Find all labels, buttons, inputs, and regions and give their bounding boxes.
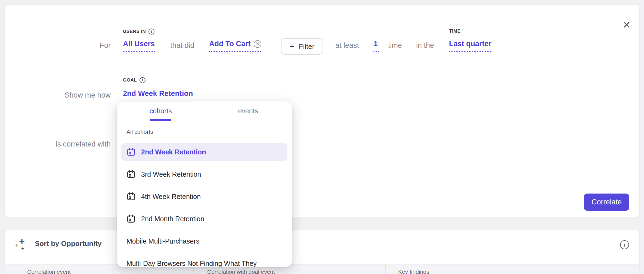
close-icon[interactable]: ✕ xyxy=(620,18,633,32)
tab-events-label: events xyxy=(238,107,258,115)
event-value-text: Add To Cart xyxy=(209,40,250,48)
results-table-header: Correlation event Correlation with goal … xyxy=(5,264,639,274)
tab-cohorts-label: cohorts xyxy=(150,107,172,115)
sort-by-opportunity-button[interactable]: + + + Sort by Opportunity xyxy=(15,236,102,251)
list-item[interactable]: Mobile Multi-Purchasers xyxy=(121,232,287,250)
list-item-label: Mobile Multi-Purchasers xyxy=(126,237,199,245)
list-item[interactable]: Multi-Day Browsers Not Finding What They xyxy=(121,254,287,267)
list-item-label: 3rd Week Retention xyxy=(141,170,201,178)
users-in-label: USERS IN i xyxy=(123,29,154,35)
goal-picker-dropdown: cohorts events All cohorts 2nd Week Rete… xyxy=(117,101,292,267)
list-item-label: 2nd Week Retention xyxy=(141,148,206,156)
dropdown-tabs: cohorts events xyxy=(117,101,292,121)
users-in-label-text: USERS IN xyxy=(123,29,146,34)
correlate-button[interactable]: Correlate xyxy=(584,194,629,211)
list-item-label: 2nd Month Retention xyxy=(141,215,204,223)
is-correlated-with-text: is correlated with xyxy=(5,140,111,148)
for-text: For xyxy=(5,41,111,50)
list-item[interactable]: 2nd Month Retention xyxy=(121,210,287,228)
list-item-label: 4th Week Retention xyxy=(141,193,201,201)
goal-selector[interactable]: 2nd Week Retention xyxy=(123,89,193,102)
calendar-icon xyxy=(126,214,136,223)
at-least-text: at least xyxy=(335,41,359,50)
sort-button-label: Sort by Opportunity xyxy=(35,239,102,248)
tab-events[interactable]: events xyxy=(205,101,292,121)
list-item[interactable]: 4th Week Retention xyxy=(121,187,287,206)
in-the-text: in the xyxy=(416,41,434,50)
time-label: TIME xyxy=(449,29,461,34)
event-selector[interactable]: Add To Cart ✕ xyxy=(209,40,261,52)
calendar-icon xyxy=(126,170,136,179)
list-item[interactable]: 2nd Week Retention xyxy=(121,143,287,161)
time-label-text: TIME xyxy=(449,29,461,34)
cohort-section-header: All cohorts xyxy=(126,129,153,135)
that-did-text: that did xyxy=(170,41,194,50)
calendar-icon xyxy=(126,147,136,157)
query-builder-card: USERS IN i TIME For All Users that did A… xyxy=(5,5,639,217)
info-icon[interactable]: i xyxy=(148,29,154,35)
panel-info-icon[interactable]: i xyxy=(620,240,629,249)
plus-icon: + xyxy=(290,42,295,51)
add-filter-button[interactable]: + Filter xyxy=(281,38,323,55)
count-selector[interactable]: 1 xyxy=(373,40,379,52)
show-me-how-text: Show me how xyxy=(5,91,111,99)
goal-label-text: GOAL xyxy=(123,77,137,83)
list-item-label: Multi-Day Browsers Not Finding What They xyxy=(126,260,257,267)
filter-button-label: Filter xyxy=(299,42,315,51)
goal-label: GOAL i xyxy=(123,77,145,83)
column-header-key-findings: Key findings xyxy=(385,264,639,274)
cohort-list: 2nd Week Retention 3rd Week Retention 4t… xyxy=(117,143,292,267)
tab-cohorts[interactable]: cohorts xyxy=(117,101,205,121)
users-selector[interactable]: All Users xyxy=(123,40,155,52)
remove-event-icon[interactable]: ✕ xyxy=(254,40,261,48)
active-tab-indicator xyxy=(150,119,171,121)
time-unit-text: time xyxy=(388,41,402,50)
info-icon[interactable]: i xyxy=(140,77,145,83)
calendar-icon xyxy=(126,192,136,201)
timerange-selector[interactable]: Last quarter xyxy=(449,40,491,52)
list-item[interactable]: 3rd Week Retention xyxy=(121,165,287,183)
sparkle-icon: + + + xyxy=(15,236,28,251)
